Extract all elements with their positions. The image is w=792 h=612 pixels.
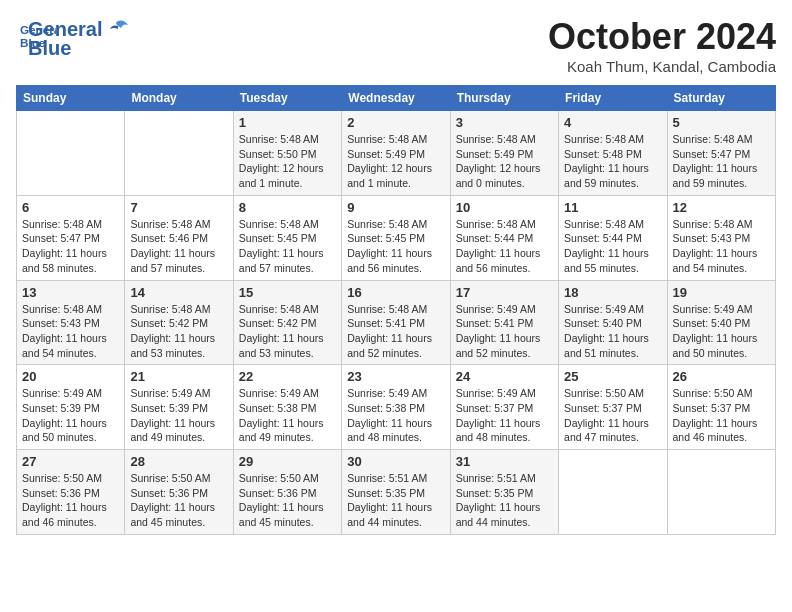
day-number: 22	[239, 369, 336, 384]
weekday-header-row: SundayMondayTuesdayWednesdayThursdayFrid…	[17, 86, 776, 111]
day-info: Sunrise: 5:48 AM Sunset: 5:45 PM Dayligh…	[239, 217, 336, 276]
day-number: 12	[673, 200, 770, 215]
day-info: Sunrise: 5:48 AM Sunset: 5:50 PM Dayligh…	[239, 132, 336, 191]
day-number: 30	[347, 454, 444, 469]
calendar-cell: 30Sunrise: 5:51 AM Sunset: 5:35 PM Dayli…	[342, 450, 450, 535]
calendar-week-3: 13Sunrise: 5:48 AM Sunset: 5:43 PM Dayli…	[17, 280, 776, 365]
day-number: 28	[130, 454, 227, 469]
calendar-week-4: 20Sunrise: 5:49 AM Sunset: 5:39 PM Dayli…	[17, 365, 776, 450]
day-info: Sunrise: 5:48 AM Sunset: 5:49 PM Dayligh…	[456, 132, 553, 191]
calendar-cell: 15Sunrise: 5:48 AM Sunset: 5:42 PM Dayli…	[233, 280, 341, 365]
calendar-cell: 26Sunrise: 5:50 AM Sunset: 5:37 PM Dayli…	[667, 365, 775, 450]
day-number: 15	[239, 285, 336, 300]
day-info: Sunrise: 5:50 AM Sunset: 5:37 PM Dayligh…	[564, 386, 661, 445]
month-title: October 2024	[548, 16, 776, 58]
day-number: 20	[22, 369, 119, 384]
day-info: Sunrise: 5:48 AM Sunset: 5:45 PM Dayligh…	[347, 217, 444, 276]
calendar-cell	[559, 450, 667, 535]
calendar-cell: 14Sunrise: 5:48 AM Sunset: 5:42 PM Dayli…	[125, 280, 233, 365]
day-info: Sunrise: 5:48 AM Sunset: 5:43 PM Dayligh…	[22, 302, 119, 361]
calendar-cell: 2Sunrise: 5:48 AM Sunset: 5:49 PM Daylig…	[342, 111, 450, 196]
calendar-cell: 23Sunrise: 5:49 AM Sunset: 5:38 PM Dayli…	[342, 365, 450, 450]
day-info: Sunrise: 5:49 AM Sunset: 5:38 PM Dayligh…	[239, 386, 336, 445]
day-info: Sunrise: 5:49 AM Sunset: 5:39 PM Dayligh…	[22, 386, 119, 445]
day-info: Sunrise: 5:49 AM Sunset: 5:39 PM Dayligh…	[130, 386, 227, 445]
calendar-cell: 22Sunrise: 5:49 AM Sunset: 5:38 PM Dayli…	[233, 365, 341, 450]
day-info: Sunrise: 5:49 AM Sunset: 5:40 PM Dayligh…	[564, 302, 661, 361]
day-number: 9	[347, 200, 444, 215]
weekday-header-tuesday: Tuesday	[233, 86, 341, 111]
day-number: 4	[564, 115, 661, 130]
calendar-cell: 25Sunrise: 5:50 AM Sunset: 5:37 PM Dayli…	[559, 365, 667, 450]
day-number: 3	[456, 115, 553, 130]
day-number: 5	[673, 115, 770, 130]
day-number: 19	[673, 285, 770, 300]
calendar-cell	[17, 111, 125, 196]
day-number: 26	[673, 369, 770, 384]
calendar-cell: 8Sunrise: 5:48 AM Sunset: 5:45 PM Daylig…	[233, 195, 341, 280]
weekday-header-friday: Friday	[559, 86, 667, 111]
title-block: October 2024 Koah Thum, Kandal, Cambodia	[548, 16, 776, 75]
day-number: 24	[456, 369, 553, 384]
day-number: 14	[130, 285, 227, 300]
weekday-header-wednesday: Wednesday	[342, 86, 450, 111]
day-info: Sunrise: 5:48 AM Sunset: 5:41 PM Dayligh…	[347, 302, 444, 361]
day-info: Sunrise: 5:49 AM Sunset: 5:37 PM Dayligh…	[456, 386, 553, 445]
calendar-table: SundayMondayTuesdayWednesdayThursdayFrid…	[16, 85, 776, 535]
day-number: 7	[130, 200, 227, 215]
calendar-week-1: 1Sunrise: 5:48 AM Sunset: 5:50 PM Daylig…	[17, 111, 776, 196]
day-number: 1	[239, 115, 336, 130]
calendar-cell: 10Sunrise: 5:48 AM Sunset: 5:44 PM Dayli…	[450, 195, 558, 280]
calendar-cell: 21Sunrise: 5:49 AM Sunset: 5:39 PM Dayli…	[125, 365, 233, 450]
calendar-cell	[125, 111, 233, 196]
day-number: 16	[347, 285, 444, 300]
day-info: Sunrise: 5:50 AM Sunset: 5:36 PM Dayligh…	[239, 471, 336, 530]
day-number: 18	[564, 285, 661, 300]
day-number: 8	[239, 200, 336, 215]
calendar-cell: 19Sunrise: 5:49 AM Sunset: 5:40 PM Dayli…	[667, 280, 775, 365]
weekday-header-saturday: Saturday	[667, 86, 775, 111]
day-info: Sunrise: 5:48 AM Sunset: 5:43 PM Dayligh…	[673, 217, 770, 276]
calendar-cell: 1Sunrise: 5:48 AM Sunset: 5:50 PM Daylig…	[233, 111, 341, 196]
day-info: Sunrise: 5:48 AM Sunset: 5:46 PM Dayligh…	[130, 217, 227, 276]
calendar-cell: 7Sunrise: 5:48 AM Sunset: 5:46 PM Daylig…	[125, 195, 233, 280]
day-number: 6	[22, 200, 119, 215]
calendar-cell: 9Sunrise: 5:48 AM Sunset: 5:45 PM Daylig…	[342, 195, 450, 280]
day-number: 2	[347, 115, 444, 130]
calendar-cell: 24Sunrise: 5:49 AM Sunset: 5:37 PM Dayli…	[450, 365, 558, 450]
day-number: 25	[564, 369, 661, 384]
logo: General Blue General Blue	[16, 16, 132, 60]
weekday-header-monday: Monday	[125, 86, 233, 111]
day-number: 29	[239, 454, 336, 469]
day-info: Sunrise: 5:48 AM Sunset: 5:42 PM Dayligh…	[130, 302, 227, 361]
calendar-week-2: 6Sunrise: 5:48 AM Sunset: 5:47 PM Daylig…	[17, 195, 776, 280]
calendar-cell: 29Sunrise: 5:50 AM Sunset: 5:36 PM Dayli…	[233, 450, 341, 535]
calendar-cell: 18Sunrise: 5:49 AM Sunset: 5:40 PM Dayli…	[559, 280, 667, 365]
day-info: Sunrise: 5:49 AM Sunset: 5:38 PM Dayligh…	[347, 386, 444, 445]
calendar-cell: 11Sunrise: 5:48 AM Sunset: 5:44 PM Dayli…	[559, 195, 667, 280]
day-info: Sunrise: 5:50 AM Sunset: 5:36 PM Dayligh…	[130, 471, 227, 530]
calendar-cell: 31Sunrise: 5:51 AM Sunset: 5:35 PM Dayli…	[450, 450, 558, 535]
weekday-header-sunday: Sunday	[17, 86, 125, 111]
calendar-cell: 20Sunrise: 5:49 AM Sunset: 5:39 PM Dayli…	[17, 365, 125, 450]
calendar-header: SundayMondayTuesdayWednesdayThursdayFrid…	[17, 86, 776, 111]
calendar-cell: 16Sunrise: 5:48 AM Sunset: 5:41 PM Dayli…	[342, 280, 450, 365]
calendar-cell: 13Sunrise: 5:48 AM Sunset: 5:43 PM Dayli…	[17, 280, 125, 365]
calendar-cell: 3Sunrise: 5:48 AM Sunset: 5:49 PM Daylig…	[450, 111, 558, 196]
day-info: Sunrise: 5:48 AM Sunset: 5:49 PM Dayligh…	[347, 132, 444, 191]
bird-icon	[104, 19, 132, 41]
day-info: Sunrise: 5:48 AM Sunset: 5:42 PM Dayligh…	[239, 302, 336, 361]
day-number: 23	[347, 369, 444, 384]
calendar-cell: 28Sunrise: 5:50 AM Sunset: 5:36 PM Dayli…	[125, 450, 233, 535]
page-header: General Blue General Blue October 2024 K…	[16, 16, 776, 75]
day-info: Sunrise: 5:49 AM Sunset: 5:41 PM Dayligh…	[456, 302, 553, 361]
calendar-cell: 27Sunrise: 5:50 AM Sunset: 5:36 PM Dayli…	[17, 450, 125, 535]
day-info: Sunrise: 5:51 AM Sunset: 5:35 PM Dayligh…	[456, 471, 553, 530]
day-info: Sunrise: 5:48 AM Sunset: 5:44 PM Dayligh…	[456, 217, 553, 276]
day-info: Sunrise: 5:50 AM Sunset: 5:37 PM Dayligh…	[673, 386, 770, 445]
weekday-header-thursday: Thursday	[450, 86, 558, 111]
day-number: 11	[564, 200, 661, 215]
day-info: Sunrise: 5:49 AM Sunset: 5:40 PM Dayligh…	[673, 302, 770, 361]
day-info: Sunrise: 5:48 AM Sunset: 5:47 PM Dayligh…	[22, 217, 119, 276]
location-subtitle: Koah Thum, Kandal, Cambodia	[548, 58, 776, 75]
